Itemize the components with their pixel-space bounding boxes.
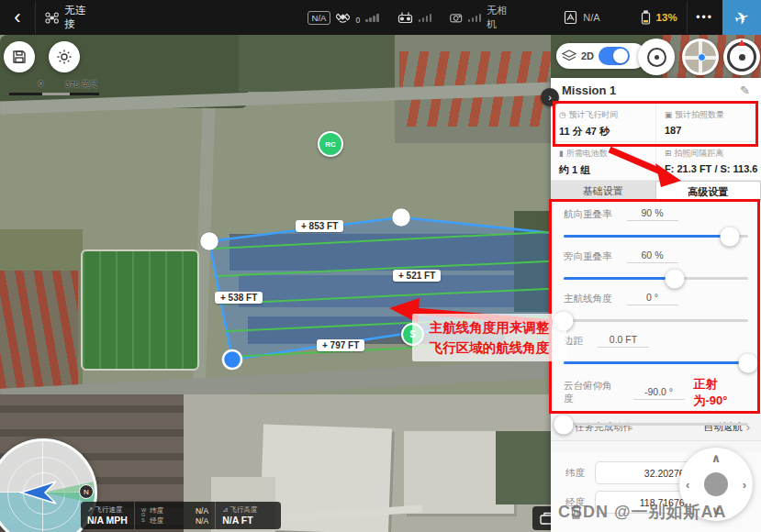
slider-row-gimbal-pitch: 云台俯仰角度-90.0 °正射为-90° (551, 371, 761, 413)
stat-batteries: ▮所需电池数 约 1 组 (551, 142, 656, 181)
map-scale-bar: 0 375 英尺 (9, 79, 138, 95)
battery-icon (641, 10, 651, 25)
margin-value[interactable]: 0.0 FT (598, 334, 649, 348)
map-patch (514, 211, 551, 312)
speed-value: N/A MPH (87, 515, 128, 526)
slider-thumb[interactable] (720, 227, 739, 246)
speed-readout: ↗ 飞行速度 N/A MPH (81, 502, 134, 529)
mission-title: Mission 1 (562, 83, 740, 97)
satellite-icon (336, 11, 350, 24)
finish-action-row[interactable]: ⚑ 任务完成动作 自动返航 › (551, 413, 761, 441)
dpad-center[interactable] (704, 472, 728, 496)
connection-status: 无连接 (64, 4, 91, 31)
dpad-right[interactable]: › (743, 478, 746, 492)
slider-row-side-overlap: 旁向重叠率60 % (551, 244, 761, 286)
edge-distance-label: + 853 FT (296, 220, 343, 232)
dpad-left[interactable]: ‹ (686, 478, 689, 492)
clock-icon: ◷ (559, 110, 565, 119)
speed-icon: ↗ (87, 505, 93, 514)
altitude-readout: ⊿ 飞行高度 N/A FT (215, 502, 263, 529)
slider-row-route-angle: 主航线角度0 ° (551, 286, 761, 328)
slider-thumb[interactable] (739, 353, 758, 372)
tab-advanced-settings[interactable]: 高级设置 (655, 181, 761, 202)
side-overlap-slider[interactable] (564, 277, 748, 280)
lng-value: N/A (196, 516, 208, 526)
advanced-settings: 航向重叠率90 % 旁向重叠率60 % 主航线角度0 ° 边距0.0 FT 云台… (551, 202, 761, 413)
gps-readout: WGS 纬度N/A 经度N/A (134, 502, 215, 529)
map-patch (81, 249, 199, 371)
gear-icon (56, 49, 73, 65)
drone-icon (45, 11, 59, 25)
save-mission-button[interactable] (4, 41, 35, 72)
edge-distance-label: + 521 FT (393, 270, 441, 282)
map-patch (239, 275, 514, 307)
side-overlap-value[interactable]: 60 % (627, 249, 678, 263)
layers-icon (562, 50, 576, 62)
slider-thumb[interactable] (665, 269, 684, 288)
panel-header: Mission 1 ✎ (551, 78, 761, 104)
rtk-board-icon (564, 10, 577, 25)
mode-2d-label: 2D (581, 50, 594, 61)
satellite-signal-bars (365, 13, 379, 22)
edit-mission-icon[interactable]: ✎ (740, 83, 750, 97)
slider-row-margin: 边距0.0 FT (551, 328, 761, 371)
aircraft-arrow-icon (19, 478, 60, 507)
annotation-route-note: 主航线角度用来调整 飞行区域的航线角度 (412, 314, 566, 361)
map-patch (496, 431, 551, 504)
scale-zero: 0 (39, 79, 43, 91)
telemetry-bar: ↗ 飞行速度 N/A MPH WGS 纬度N/A 经度N/A ⊿ 飞行高度 N/… (81, 502, 281, 529)
altitude-icon: ⊿ (222, 505, 228, 514)
watermark: CSDN @一别如斯AA (558, 501, 727, 523)
slider-thumb[interactable] (554, 415, 574, 434)
compass-icon (727, 42, 756, 72)
photo-icon: ▣ (665, 110, 672, 119)
rc-location-marker[interactable]: RC (318, 131, 343, 157)
minimap-icon (685, 41, 716, 72)
route-angle-value[interactable]: 0 ° (627, 292, 678, 305)
camera-signal-bars (468, 13, 482, 22)
interval-icon: ⊞ (665, 149, 671, 158)
gimbal-pitch-value[interactable]: -90.0 ° (633, 386, 685, 400)
route-angle-slider[interactable] (564, 319, 748, 322)
mission-panel: › Mission 1 ✎ ◷预计飞行时间 11 分 47 秒 ▣预计拍照数量 … (551, 78, 761, 532)
edge-distance-label: + 538 FT (215, 292, 263, 304)
tab-basic-settings[interactable]: 基础设置 (551, 181, 655, 202)
dpad-up[interactable]: ∧ (711, 451, 722, 465)
locate-button[interactable] (638, 39, 675, 75)
mission-stats: ◷预计飞行时间 11 分 47 秒 ▣预计拍照数量 187 ▮所需电池数 约 1… (551, 104, 761, 181)
rc-signal-bars (419, 13, 432, 22)
vertex-handle (392, 208, 410, 227)
map-patch (239, 35, 404, 92)
map-mode-pill[interactable]: 2D (556, 43, 646, 69)
course-overlap-slider[interactable] (564, 235, 748, 238)
gimbal-pitch-slider[interactable] (564, 423, 748, 426)
scale-distance: 375 英尺 (65, 79, 98, 91)
margin-slider[interactable] (564, 361, 748, 364)
save-icon (12, 50, 27, 64)
slider-row-course-overlap: 航向重叠率90 % (551, 202, 761, 244)
minimap-button[interactable] (682, 39, 719, 75)
altitude-value: N/A FT (222, 515, 257, 526)
aircraft-na-badge: N/A (308, 11, 331, 25)
remote-controller-icon (397, 11, 413, 24)
camera-icon (450, 12, 462, 24)
settings-button[interactable] (49, 41, 80, 72)
stat-flight-time: ◷预计飞行时间 11 分 47 秒 (551, 104, 656, 142)
more-menu-button[interactable]: ••• (687, 1, 722, 34)
back-button[interactable]: ‹ (0, 1, 36, 34)
selected-vertex-handle (223, 350, 241, 369)
map-patch (0, 271, 78, 399)
north-badge: N (79, 484, 94, 499)
panel-collapse-handle[interactable]: › (541, 88, 559, 106)
takeoff-button[interactable]: ✈ (722, 0, 761, 35)
takeoff-plane-icon: ✈ (732, 6, 752, 30)
map-orientation-button[interactable] (723, 39, 760, 75)
satellite-count: 0 (355, 16, 360, 25)
rtk-status: N/A (583, 12, 599, 23)
mode-toggle[interactable] (599, 47, 630, 65)
crosshair-icon (647, 48, 666, 67)
battery-pack-icon: ▮ (559, 149, 564, 158)
stat-photo-count: ▣预计拍照数量 187 (656, 104, 761, 142)
course-overlap-value[interactable]: 90 % (627, 207, 678, 221)
status-bar: ‹ 无连接 N/A 0 (0, 0, 761, 35)
